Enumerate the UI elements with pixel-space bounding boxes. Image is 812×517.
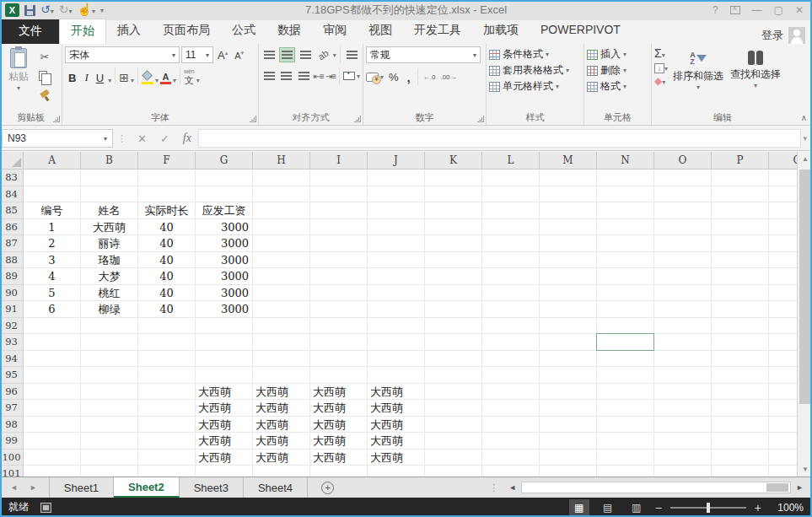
row-header-92[interactable]: 92	[0, 318, 24, 335]
cell-F90[interactable]: 40	[138, 285, 196, 302]
horizontal-scrollbar[interactable]	[521, 482, 791, 493]
cell-K101[interactable]	[425, 466, 482, 477]
cell-K91[interactable]	[425, 301, 482, 318]
row-header-94[interactable]: 94	[0, 351, 24, 368]
cell-A99[interactable]	[24, 433, 81, 450]
cell-O95[interactable]	[654, 367, 712, 384]
cell-K96[interactable]	[425, 384, 482, 401]
cell-K93[interactable]	[425, 334, 482, 351]
row-header-87[interactable]: 87	[0, 235, 24, 252]
cell-Q94[interactable]	[769, 351, 797, 368]
new-sheet-button[interactable]: +	[321, 477, 334, 498]
page-layout-view-button[interactable]: ▤	[598, 499, 618, 515]
align-left-button[interactable]	[261, 68, 277, 83]
cell-N85[interactable]	[597, 202, 654, 219]
cell-P101[interactable]	[712, 466, 769, 477]
alignment-dialog-launcher-icon[interactable]	[354, 116, 361, 122]
cell-H87[interactable]	[253, 235, 310, 252]
cell-H85[interactable]	[253, 202, 310, 219]
cell-B99[interactable]	[81, 433, 138, 450]
cell-H88[interactable]	[253, 252, 310, 269]
touch-dropdown-icon[interactable]: ▾	[92, 8, 95, 15]
cell-I83[interactable]	[310, 170, 368, 186]
cell-P90[interactable]	[712, 285, 769, 302]
column-header-H[interactable]: H	[253, 152, 310, 170]
macro-record-icon[interactable]	[40, 503, 51, 513]
decrease-decimal-button[interactable]: .00→	[438, 73, 458, 81]
undo-dropdown-icon[interactable]: ▾	[51, 8, 54, 15]
row-header-96[interactable]: 96	[0, 384, 24, 401]
cell-M96[interactable]	[540, 384, 597, 401]
close-button[interactable]: ✕	[795, 4, 804, 16]
row-header-97[interactable]: 97	[0, 400, 24, 417]
cell-M89[interactable]	[540, 268, 597, 285]
cell-F91[interactable]: 40	[138, 301, 196, 318]
cell-O97[interactable]	[654, 400, 712, 417]
cell-N96[interactable]	[597, 384, 654, 401]
cell-I91[interactable]	[310, 301, 368, 318]
cell-N89[interactable]	[597, 268, 654, 285]
cell-P88[interactable]	[712, 252, 769, 269]
format-as-table-button[interactable]: 套用表格格式▾	[489, 62, 581, 78]
cell-Q91[interactable]	[769, 301, 797, 318]
cell-J92[interactable]	[368, 318, 425, 335]
row-header-101[interactable]: 101	[0, 466, 24, 477]
cell-H83[interactable]	[253, 170, 310, 186]
redo-dropdown-icon[interactable]: ▾	[68, 8, 72, 15]
cell-G85[interactable]: 应发工资	[196, 202, 253, 219]
cell-B95[interactable]	[81, 367, 138, 384]
zoom-slider-thumb[interactable]	[707, 503, 710, 513]
cell-M84[interactable]	[540, 186, 597, 203]
clipboard-dialog-launcher-icon[interactable]	[53, 116, 60, 122]
cell-H101[interactable]	[253, 466, 310, 477]
cell-B86[interactable]: 大西萌	[81, 219, 138, 236]
cell-M101[interactable]	[540, 466, 597, 477]
cell-Q88[interactable]	[769, 252, 797, 269]
merge-center-button[interactable]	[343, 72, 355, 80]
cell-O87[interactable]	[654, 235, 712, 252]
sheet-tab-sheet1[interactable]: Sheet1	[49, 477, 114, 498]
cell-O93[interactable]	[654, 334, 712, 351]
cell-L90[interactable]	[482, 285, 540, 302]
vertical-scrollbar-thumb[interactable]	[799, 170, 811, 404]
cell-styles-button[interactable]: 单元格样式▾	[489, 78, 581, 94]
row-header-100[interactable]: 100	[0, 450, 24, 466]
cell-H84[interactable]	[253, 186, 310, 203]
cell-H86[interactable]	[253, 219, 310, 236]
cell-B85[interactable]: 姓名	[81, 202, 138, 219]
cell-J97[interactable]: 大西萌	[368, 400, 425, 417]
cell-J100[interactable]: 大西萌	[368, 450, 425, 466]
cell-O94[interactable]	[654, 351, 712, 368]
cell-K97[interactable]	[425, 400, 482, 417]
format-painter-button[interactable]	[35, 87, 55, 104]
cell-A94[interactable]	[24, 351, 81, 368]
cell-F89[interactable]: 40	[138, 268, 196, 285]
orientation-button[interactable]: ab	[315, 47, 331, 62]
ribbon-tab-8[interactable]: 加载项	[472, 19, 530, 44]
cell-A95[interactable]	[24, 367, 81, 384]
cell-M98[interactable]	[540, 417, 597, 434]
cell-J86[interactable]	[368, 219, 425, 236]
ribbon-tab-7[interactable]: 开发工具	[403, 19, 472, 44]
cell-N95[interactable]	[597, 367, 654, 384]
increase-indent-button[interactable]: ⇥≡	[325, 72, 336, 81]
top-align-button[interactable]	[261, 47, 277, 62]
horizontal-scrollbar-thumb[interactable]	[766, 483, 788, 492]
cell-M91[interactable]	[540, 301, 597, 318]
ribbon-tab-3[interactable]: 公式	[221, 19, 266, 44]
cell-K95[interactable]	[425, 367, 482, 384]
cell-I94[interactable]	[310, 351, 368, 368]
cell-L96[interactable]	[482, 384, 540, 401]
cell-P98[interactable]	[712, 417, 769, 434]
column-header-Q[interactable]: Q	[769, 152, 797, 170]
cell-P96[interactable]	[712, 384, 769, 401]
cell-A84[interactable]	[24, 186, 81, 203]
number-dialog-launcher-icon[interactable]	[477, 116, 484, 122]
row-header-99[interactable]: 99	[0, 433, 24, 450]
underline-button[interactable]: U	[94, 72, 106, 84]
cell-J83[interactable]	[368, 170, 425, 186]
cell-N84[interactable]	[597, 186, 654, 203]
cell-I101[interactable]	[310, 466, 368, 477]
cell-O91[interactable]	[654, 301, 712, 318]
cell-P100[interactable]	[712, 450, 769, 466]
